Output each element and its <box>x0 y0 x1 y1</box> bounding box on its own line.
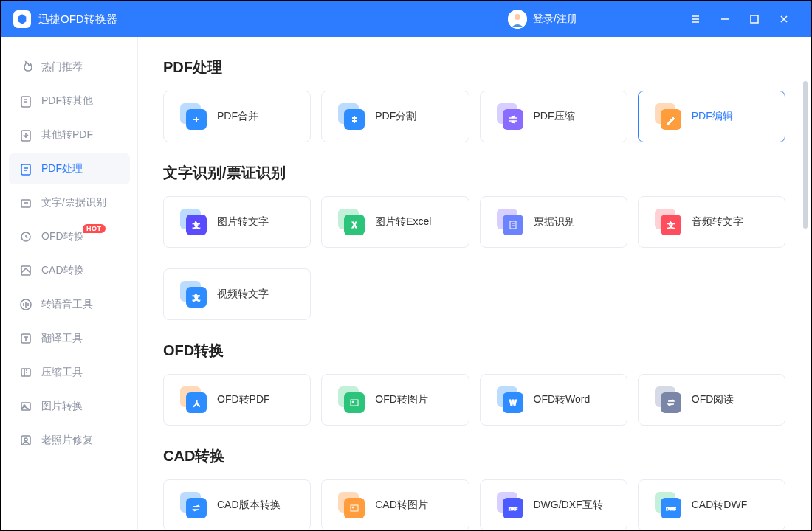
function-card[interactable]: DWF CAD转DWF <box>638 479 785 530</box>
card-icon <box>338 492 365 518</box>
card-icon <box>497 103 523 130</box>
svg-rect-25 <box>351 505 358 511</box>
svg-rect-6 <box>21 200 30 207</box>
card-label: 图片转文字 <box>217 215 269 229</box>
svg-rect-2 <box>751 15 758 23</box>
card-label: CAD转图片 <box>375 499 428 512</box>
function-card[interactable]: CAD版本转换 <box>163 479 311 530</box>
sidebar-item-5[interactable]: OFD转换 HOT <box>9 221 130 252</box>
card-icon <box>180 103 207 130</box>
sidebar-item-label: 压缩工具 <box>41 366 83 379</box>
content-area: PDF处理 PDF合并 PDF分割 PDF压缩 <box>138 37 811 530</box>
card-label: PDF合并 <box>217 110 258 123</box>
card-grid: PDF合并 PDF分割 PDF压缩 PDF编辑 <box>163 91 785 142</box>
sidebar-item-label: PDF转其他 <box>41 94 93 108</box>
card-grid: CAD版本转换 CAD转图片 DXF DWG/DXF互转 DWF CAD转 <box>163 479 785 530</box>
svg-text:DWF: DWF <box>666 507 676 511</box>
minimize-button[interactable] <box>710 1 740 37</box>
function-card[interactable]: PDF压缩 <box>480 91 627 142</box>
svg-rect-8 <box>21 266 30 275</box>
sidebar-item-6[interactable]: CAD转换 <box>9 255 130 286</box>
svg-point-26 <box>352 507 354 508</box>
function-card[interactable]: OFD阅读 <box>638 374 785 426</box>
section-title: PDF处理 <box>163 58 785 77</box>
fire-icon <box>19 60 32 74</box>
sidebar-item-label: 文字/票据识别 <box>41 196 106 209</box>
compress-icon <box>19 366 32 379</box>
card-icon: 文 <box>655 209 681 235</box>
svg-point-1 <box>515 14 520 20</box>
card-icon: 人 <box>180 386 207 413</box>
translate-icon <box>19 332 32 345</box>
sidebar-item-11[interactable]: 老照片修复 <box>9 425 130 456</box>
scrollbar[interactable] <box>803 81 808 229</box>
function-card[interactable]: PDF合并 <box>163 91 311 142</box>
pdf-out-icon <box>19 94 32 108</box>
avatar-icon <box>508 10 527 29</box>
function-card[interactable]: 文 音频转文字 <box>638 196 785 248</box>
sidebar-item-label: 热门推荐 <box>41 60 83 74</box>
card-label: 票据识别 <box>534 215 575 229</box>
sidebar-item-3[interactable]: PDF处理 <box>9 153 130 184</box>
card-label: 音频转文字 <box>692 215 743 229</box>
function-card[interactable]: PDF分割 <box>321 91 469 142</box>
function-card[interactable]: CAD转图片 <box>321 479 469 530</box>
svg-text:文: 文 <box>192 221 200 229</box>
function-card[interactable]: OFD转图片 <box>321 374 469 426</box>
svg-text:DXF: DXF <box>509 507 517 511</box>
card-icon: 文 <box>180 281 207 308</box>
svg-point-15 <box>24 438 27 441</box>
card-label: DWG/DXF互转 <box>534 499 603 512</box>
function-card[interactable]: 文 图片转文字 <box>163 196 311 248</box>
card-grid: 文 图片转文字 X 图片转Excel 票据识别 文 <box>163 196 785 248</box>
sidebar-item-1[interactable]: PDF转其他 <box>9 86 130 117</box>
function-card[interactable]: X 图片转Excel <box>321 196 469 248</box>
card-label: OFD阅读 <box>692 393 734 406</box>
svg-text:文: 文 <box>667 221 675 229</box>
sidebar-item-0[interactable]: 热门推荐 <box>9 52 130 83</box>
sidebar-item-8[interactable]: 翻译工具 <box>9 323 130 354</box>
card-icon <box>655 386 681 413</box>
titlebar: 迅捷OFD转换器 登录/注册 <box>1 1 811 37</box>
function-card[interactable]: DXF DWG/DXF互转 <box>480 479 627 530</box>
function-card[interactable]: W OFD转Word <box>480 374 627 426</box>
function-card[interactable]: 文 视频转文字 <box>163 268 311 320</box>
card-icon: DXF <box>497 492 523 518</box>
hot-badge: HOT <box>83 224 106 233</box>
sidebar-item-7[interactable]: 转语音工具 <box>9 289 130 320</box>
function-card[interactable]: 人 OFD转PDF <box>163 374 311 426</box>
ofd-icon <box>19 230 32 243</box>
sidebar-item-label: 老照片修复 <box>41 434 93 447</box>
close-button[interactable] <box>769 1 799 37</box>
menu-button[interactable] <box>681 1 710 37</box>
section-title: 文字识别/票证识别 <box>163 163 785 183</box>
photo-restore-icon <box>19 434 32 447</box>
login-area[interactable]: 登录/注册 <box>508 10 577 29</box>
card-label: PDF分割 <box>375 110 416 123</box>
pdf-process-icon <box>19 162 32 176</box>
card-label: OFD转PDF <box>217 393 270 406</box>
card-icon: W <box>497 386 523 413</box>
sidebar-item-4[interactable]: 文字/票据识别 <box>9 187 130 218</box>
svg-text:X: X <box>352 221 357 229</box>
card-grid: 文 视频转文字 <box>163 268 785 320</box>
card-label: 视频转文字 <box>217 288 269 301</box>
card-icon: 文 <box>180 209 207 235</box>
sidebar-item-9[interactable]: 压缩工具 <box>9 357 130 388</box>
sidebar-item-label: 翻译工具 <box>41 332 83 345</box>
function-card[interactable]: 票据识别 <box>480 196 627 248</box>
card-icon: X <box>338 209 365 235</box>
card-grid: 人 OFD转PDF OFD转图片 W OFD转Word <box>163 374 785 426</box>
sidebar-item-label: 图片转换 <box>41 400 83 413</box>
sidebar-item-label: 其他转PDF <box>41 128 93 142</box>
audio-icon <box>19 298 32 311</box>
function-card[interactable]: PDF编辑 <box>638 91 785 142</box>
sidebar-item-label: 转语音工具 <box>41 298 93 311</box>
maximize-button[interactable] <box>740 1 769 37</box>
section-title: OFD转换 <box>163 341 785 361</box>
card-icon <box>338 103 365 130</box>
sidebar-item-2[interactable]: 其他转PDF <box>9 119 130 150</box>
card-icon <box>655 103 681 130</box>
sidebar-item-10[interactable]: 图片转换 <box>9 391 130 422</box>
svg-point-23 <box>352 401 354 403</box>
